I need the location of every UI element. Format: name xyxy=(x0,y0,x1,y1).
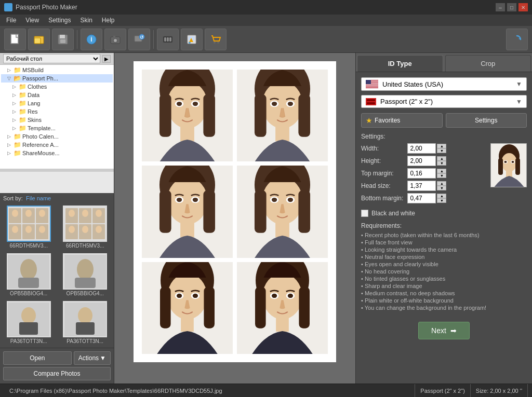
import-button[interactable]: i xyxy=(81,29,102,50)
open-button[interactable]: Open xyxy=(3,351,72,365)
svg-point-37 xyxy=(25,226,32,233)
camera-button[interactable] xyxy=(104,29,126,50)
svg-point-116 xyxy=(262,273,302,319)
tree-item-reference[interactable]: ▷ 📁 Reference A... xyxy=(1,141,113,149)
svg-point-49 xyxy=(69,226,75,233)
thumbnail-1[interactable]: 66RDTH5MV3... xyxy=(2,206,56,250)
tree-item-data[interactable]: ▷ 📁 Data xyxy=(1,91,113,99)
svg-rect-0 xyxy=(11,34,18,44)
actions-button[interactable]: Actions ▼ xyxy=(74,351,111,365)
svg-rect-117 xyxy=(255,286,266,328)
thumb-image-6[interactable] xyxy=(63,301,107,337)
new-button[interactable] xyxy=(4,29,26,50)
thumb-image-3[interactable] xyxy=(7,253,51,290)
tree-item-lang[interactable]: ▷ 📁 Lang xyxy=(1,99,113,107)
thumb-label-6: PA36TOTT3N... xyxy=(66,338,103,344)
height-input[interactable] xyxy=(407,156,436,166)
req-item: No tinted glasses or sunglasses xyxy=(361,275,527,282)
tree-item-clothes[interactable]: ▷ 📁 Clothes xyxy=(1,83,113,91)
tree-item-res[interactable]: ▷ 📁 Res xyxy=(1,107,113,116)
bottom-margin-down-button[interactable]: ▼ xyxy=(437,198,446,203)
svg-point-46 xyxy=(69,210,75,217)
title-bar: Passport Photo Maker – □ ✕ xyxy=(0,0,532,15)
folder-nav-button[interactable]: ▶ xyxy=(102,55,111,63)
top-margin-field[interactable]: ▲ ▼ xyxy=(407,168,486,179)
thumbnail-4[interactable]: OPB5BBIOG4... xyxy=(59,253,112,298)
save-button[interactable] xyxy=(52,29,74,50)
width-down-button[interactable]: ▼ xyxy=(437,148,446,153)
app-icon xyxy=(4,3,12,11)
menu-skin[interactable]: Skin xyxy=(76,16,97,25)
minimize-button[interactable]: – xyxy=(496,3,505,11)
top-margin-up-button[interactable]: ▲ xyxy=(437,169,446,173)
thumbnail-6[interactable]: PA36TOTT3N... xyxy=(59,301,112,346)
svg-rect-119 xyxy=(276,317,289,332)
sort-link[interactable]: File name xyxy=(26,195,51,201)
next-button[interactable]: Next ➡ xyxy=(418,322,470,339)
thumb-image-1[interactable] xyxy=(7,206,51,242)
menu-settings[interactable]: Settings xyxy=(44,16,75,25)
head-size-up-button[interactable]: ▲ xyxy=(437,181,446,186)
thumb-image-4[interactable] xyxy=(63,253,107,290)
height-down-button[interactable]: ▼ xyxy=(437,161,446,166)
req-item: Full face front view xyxy=(361,239,527,246)
svg-rect-109 xyxy=(181,317,194,332)
svg-point-48 xyxy=(96,210,102,217)
bw-checkbox[interactable] xyxy=(361,210,368,217)
height-field[interactable]: ▲ ▼ xyxy=(407,156,486,166)
menu-view[interactable]: View xyxy=(21,16,43,25)
top-margin-input[interactable] xyxy=(407,168,436,179)
cart-button[interactable] xyxy=(205,29,227,50)
film-button[interactable] xyxy=(157,29,179,50)
width-up-button[interactable]: ▲ xyxy=(437,144,446,148)
thumbnail-5[interactable]: PA36TOTT3N... xyxy=(2,301,56,346)
head-size-input[interactable] xyxy=(407,181,436,191)
favorites-button[interactable]: ★ Favorites xyxy=(361,113,443,128)
width-field[interactable]: ▲ ▼ xyxy=(407,143,486,154)
document-type: Passport (2" x 2") xyxy=(380,98,433,105)
head-size-field[interactable]: ▲ ▼ xyxy=(407,181,486,191)
tab-crop[interactable]: Crop xyxy=(445,55,531,72)
tab-id-type[interactable]: ID Type xyxy=(357,55,443,72)
requirements-list: Recent photo (taken within the last 6 mo… xyxy=(361,231,527,311)
head-size-down-button[interactable]: ▼ xyxy=(437,186,446,190)
maximize-button[interactable]: □ xyxy=(507,3,516,11)
tree-item-skins[interactable]: ▷ 📁 Skins xyxy=(1,116,113,124)
tree-item-passport[interactable]: ▽ 📂 Passport Ph... xyxy=(1,74,113,83)
country-selector[interactable]: United States (USA) ▼ xyxy=(361,77,527,91)
width-input[interactable] xyxy=(407,143,436,154)
tree-item-photocal[interactable]: ▷ 📁 Photo Calen... xyxy=(1,132,113,141)
thumb-image-5[interactable] xyxy=(7,301,51,337)
menu-help[interactable]: Help xyxy=(98,16,119,25)
bottom-margin-input[interactable] xyxy=(407,193,436,203)
photo-cell-6 xyxy=(237,262,328,354)
folder-header: Рабочий стол ▶ xyxy=(0,53,114,65)
rotate-button[interactable]: ↺ xyxy=(128,29,150,50)
settings-button[interactable]: Settings xyxy=(446,113,527,128)
tree-item-msbuild[interactable]: ▷ 📁 MSBuild xyxy=(1,66,113,74)
height-up-button[interactable]: ▲ xyxy=(437,156,446,161)
thumb-image-2[interactable] xyxy=(63,206,107,242)
svg-rect-131 xyxy=(366,80,371,84)
menu-file[interactable]: File xyxy=(2,16,20,25)
thumbnails-area: 66RDTH5MV3... xyxy=(0,203,114,348)
settings-section-label: Settings: xyxy=(361,133,527,140)
tree-item-template[interactable]: ▷ 📁 Template... xyxy=(1,124,113,132)
bottom-margin-up-button[interactable]: ▲ xyxy=(437,194,446,198)
refresh-button[interactable] xyxy=(506,29,528,50)
tree-item-sharemouse[interactable]: ▷ 📁 ShareMouse... xyxy=(1,149,113,157)
bottom-margin-field[interactable]: ▲ ▼ xyxy=(407,193,486,203)
folder-selector[interactable]: Рабочий стол xyxy=(3,54,100,63)
svg-rect-17 xyxy=(167,37,169,42)
svg-rect-60 xyxy=(19,322,38,335)
compare-photos-button[interactable]: Compare Photos xyxy=(3,367,111,380)
req-item: Neutral face expression xyxy=(361,253,527,261)
edit-button[interactable] xyxy=(181,29,203,50)
document-selector[interactable]: Passport (2" x 2") ▼ xyxy=(361,95,527,108)
thumbnail-2[interactable]: 66RDTH5MV3... xyxy=(59,206,112,250)
open-button[interactable] xyxy=(28,29,50,50)
photo-cell-3 xyxy=(142,166,233,257)
thumbnail-3[interactable]: OPB5BBIOG4... xyxy=(2,253,56,298)
close-button[interactable]: ✕ xyxy=(518,3,528,11)
top-margin-down-button[interactable]: ▼ xyxy=(437,173,446,178)
